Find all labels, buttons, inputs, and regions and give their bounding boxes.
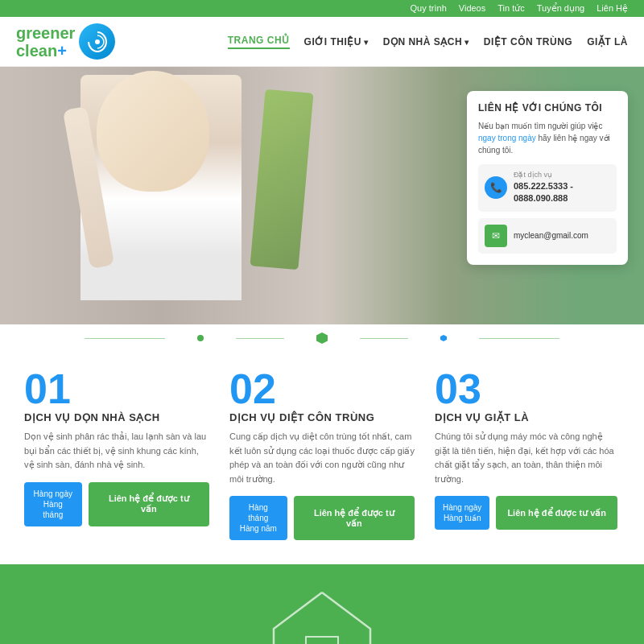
topbar-link-tin-tuc[interactable]: Tin tức xyxy=(497,3,525,14)
contact-card-title: LIÊN HỆ VỚI CHÚNG TÔI xyxy=(478,102,617,114)
topbar-link-tuyen-dung[interactable]: Tuyển dụng xyxy=(537,3,584,14)
phone-label: Đặt dịch vụ xyxy=(514,171,573,179)
services-section: 01 DỊCH VỤ DỌN NHÀ SẠCH Dọn vệ sinh phân… xyxy=(0,352,644,564)
service-2-schedule-btn[interactable]: Hàng tháng Hàng năm xyxy=(229,496,287,540)
service-2-contact-btn[interactable]: Liên hệ để được tư vấn xyxy=(294,496,415,540)
contact-card-desc: Nếu bạn muốn tìm người giúp việc ngay tr… xyxy=(478,120,617,156)
service-1-title: DỊCH VỤ DỌN NHÀ SẠCH xyxy=(24,411,209,423)
nav-diet-con-trung[interactable]: DIỆT CÔN TRÙNG xyxy=(484,36,572,47)
nav-giat-la[interactable]: GIẶT LÀ xyxy=(587,36,628,47)
svg-point-0 xyxy=(95,39,100,44)
service-3-num: 03 xyxy=(435,368,620,410)
house-illustration xyxy=(266,588,378,644)
service-2-buttons: Hàng tháng Hàng năm Liên hệ để được tư v… xyxy=(229,496,415,540)
logo-text: greener clean+ xyxy=(16,24,75,60)
service-1: 01 DỊCH VỤ DỌN NHÀ SẠCH Dọn vệ sinh phân… xyxy=(24,368,209,540)
service-1-desc: Dọn vệ sinh phân rác thải, lau lạnh sàn … xyxy=(24,430,209,473)
service-2-desc: Cung cấp dịch vụ diệt côn trùng tốt nhất… xyxy=(229,430,415,486)
header: greener clean+ TRANG CHỦ GIỚI THIỆU DỌN … xyxy=(0,17,644,67)
green-section xyxy=(0,564,644,644)
service-3: 03 DỊCH VỤ GIẶT LÀ Chúng tôi sử dụng máy… xyxy=(435,368,620,540)
nav-gioi-thieu[interactable]: GIỚI THIỆU xyxy=(304,36,369,47)
hex-1 xyxy=(316,332,328,344)
service-1-buttons: Hàng ngày Hàng tháng Liên hệ để được tư … xyxy=(24,482,209,526)
contact-phone: 📞 Đặt dịch vụ 085.222.5333 - 0888.090.88… xyxy=(478,164,617,212)
service-1-num: 01 xyxy=(24,368,209,410)
service-2: 02 DỊCH VỤ DIỆT CÔN TRÙNG Cung cấp dịch … xyxy=(229,368,415,540)
email-icon: ✉ xyxy=(485,225,507,247)
main-nav: TRANG CHỦ GIỚI THIỆU DỌN NHÀ SẠCH DIỆT C… xyxy=(228,35,628,49)
email-address: myclean@gmail.com xyxy=(514,231,588,240)
top-bar: Quy trình Videos Tin tức Tuyển dụng Liên… xyxy=(0,0,644,17)
phone-icon: 📞 xyxy=(485,176,507,199)
service-3-schedule-btn[interactable]: Hàng ngày Hàng tuần xyxy=(435,496,489,530)
logo-icon xyxy=(79,23,115,60)
topbar-link-lien-he[interactable]: Liên Hệ xyxy=(597,3,628,14)
service-3-contact-btn[interactable]: Liên hệ để được tư vấn xyxy=(496,496,617,530)
service-3-buttons: Hàng ngày Hàng tuần Liên hệ để được tư v… xyxy=(435,496,620,530)
logo[interactable]: greener clean+ xyxy=(16,23,115,60)
hex-2 xyxy=(440,335,447,341)
service-3-title: DỊCH VỤ GIẶT LÀ xyxy=(435,411,620,423)
services-grid: 01 DỊCH VỤ DỌN NHÀ SẠCH Dọn vệ sinh phân… xyxy=(24,368,620,540)
nav-trang-chu[interactable]: TRANG CHỦ xyxy=(228,35,290,49)
decorative-row xyxy=(0,324,644,352)
hero-section: LIÊN HỆ VỚI CHÚNG TÔI Nếu bạn muốn tìm n… xyxy=(0,67,644,324)
topbar-link-videos[interactable]: Videos xyxy=(459,3,485,14)
service-2-num: 02 xyxy=(229,368,415,410)
phone-numbers: 085.222.5333 - 0888.090.888 xyxy=(514,180,573,205)
svg-rect-1 xyxy=(306,637,338,644)
service-1-contact-btn[interactable]: Liên hệ để được tư vấn xyxy=(89,482,209,526)
service-1-schedule-btn[interactable]: Hàng ngày Hàng tháng xyxy=(24,482,82,526)
contact-card: LIÊN HỆ VỚI CHÚNG TÔI Nếu bạn muốn tìm n… xyxy=(467,91,628,265)
nav-don-nha-sach[interactable]: DỌN NHÀ SẠCH xyxy=(383,36,469,47)
line-mid1 xyxy=(236,338,284,339)
service-2-title: DỊCH VỤ DIỆT CÔN TRÙNG xyxy=(229,411,415,423)
line-left xyxy=(85,338,165,339)
line-right xyxy=(479,338,559,339)
dot-1 xyxy=(197,335,204,341)
line-mid2 xyxy=(360,338,408,339)
topbar-link-quy-trinh[interactable]: Quy trình xyxy=(411,3,447,14)
contact-email: ✉ myclean@gmail.com xyxy=(478,218,617,254)
service-3-desc: Chúng tôi sử dụng máy móc và công nghệ g… xyxy=(435,430,620,486)
